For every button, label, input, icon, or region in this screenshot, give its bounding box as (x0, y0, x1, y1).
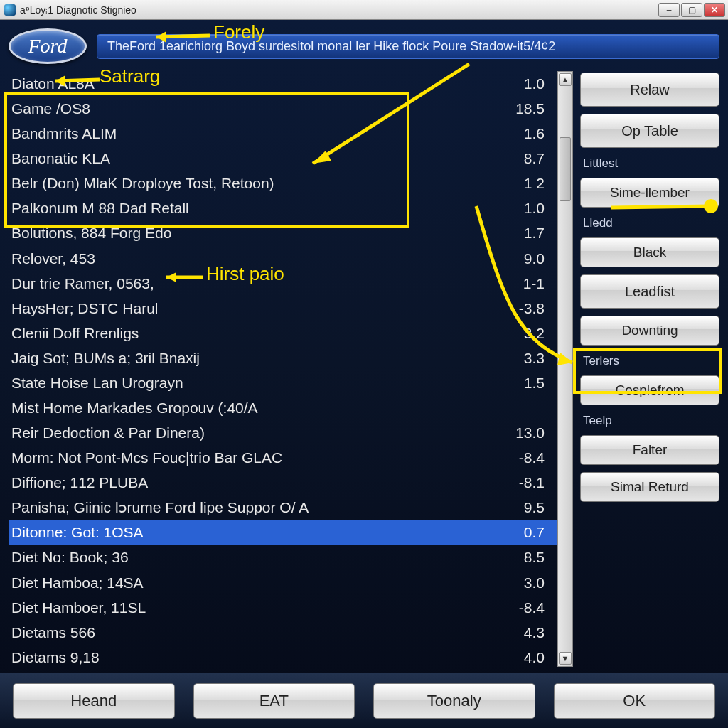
list-row[interactable]: Bolutions, 884 Forg Edo1.7 (9, 220, 557, 245)
list-row-value: 1.5 (498, 372, 547, 394)
list-row-value: -3.8 (498, 297, 547, 319)
list-row-label: Reir Dedoction & Par Dinera) (11, 422, 205, 444)
list-row-value: 1.6 (498, 122, 547, 144)
list-row-label: Diet No: Book; 36 (11, 546, 129, 568)
side-panel: Relaw Op Table Littlest Sime-llember Lle… (580, 71, 719, 667)
maximize-button[interactable]: ▢ (681, 3, 702, 17)
list-row[interactable]: Diet Hamboa; 14SA3.0 (9, 570, 557, 595)
list-row-value: 13.0 (498, 422, 547, 444)
window-titlebar: aᵖLoyᵢ1 Diagnotic Stignieo – ▢ ✕ (0, 0, 728, 20)
ford-logo-text: Ford (28, 35, 68, 58)
optable-button[interactable]: Op Table (580, 114, 719, 148)
list-row-label: Ditonne: Got: 1OSA (11, 521, 144, 543)
close-button[interactable]: ✕ (704, 3, 725, 17)
falter-button[interactable]: Falter (580, 435, 719, 465)
list-row[interactable]: Dur trie Ramer, 0563,1-1 (9, 271, 557, 296)
list-row[interactable]: Game /OS818.5 (9, 96, 557, 121)
eat-button[interactable]: EAT (193, 683, 355, 719)
list-row-value: -8.4 (498, 596, 547, 619)
toonaly-button[interactable]: Toonaly (373, 683, 535, 719)
list-row-label: Mist Home Markades Gropouv (:40/A (11, 397, 258, 419)
list-row-value: 1.7 (498, 222, 547, 244)
list-row-label: Dietams 9,18 (11, 646, 100, 667)
list-row[interactable]: Diet No: Book; 368.5 (9, 545, 557, 569)
list-row-label: HaysHer; DSTC Harul (11, 297, 159, 319)
scroll-thumb[interactable] (560, 137, 571, 201)
scroll-track[interactable] (558, 87, 572, 651)
scroll-down-button[interactable]: ▼ (559, 652, 572, 665)
list-row-value: 1-1 (498, 272, 547, 294)
list-row-label: Diet Hamboer, 11SL (11, 596, 146, 619)
list-row[interactable]: Reir Dedoction & Par Dinera)13.0 (9, 420, 557, 445)
list-row[interactable]: Bandmrits ALIM1.6 (9, 121, 557, 146)
ok-button[interactable]: OK (554, 683, 716, 719)
list-row-label: Dur trie Ramer, 0563, (11, 272, 154, 294)
brand-bar: Ford TheFord 1earichiorg Boyd surdesitol… (0, 20, 728, 71)
list-row-value: 3.3 (498, 347, 547, 369)
list-row-value: 8.5 (498, 546, 547, 568)
vertical-scrollbar[interactable]: ▲ ▼ (557, 71, 573, 667)
cosplefrom-button[interactable]: Cosplefrom (580, 375, 719, 405)
list-row[interactable]: Dietams 5664.3 (9, 620, 557, 645)
ford-logo: Ford (9, 28, 87, 64)
list-row-value: 1.0 (498, 197, 547, 219)
list-row-value: 4.0 (498, 646, 547, 667)
list-row[interactable]: Panisha; Giinic lɔrume Ford lipe Suppor … (9, 495, 557, 520)
black-button[interactable]: Black (580, 237, 719, 267)
list-row-label: Diet Hamboa; 14SA (11, 572, 144, 594)
list-row-value: 9.0 (498, 247, 547, 269)
group-label-teelp: Teelp (580, 414, 719, 428)
list-row-value: 1 2 (498, 172, 547, 194)
list-row[interactable]: Clenii Doff Rrenligs3.2 (9, 321, 557, 346)
list-row[interactable]: Belr (Don) MlaK Droploye Tost, Retoon)1 … (9, 171, 557, 196)
list-row[interactable]: HaysHer; DSTC Harul-3.8 (9, 296, 557, 321)
list-row-label: State Hoise Lan Urograyn (11, 372, 183, 394)
list-row[interactable]: Ditonne: Got: 1OSA0.7 (9, 520, 557, 545)
simalreturd-button[interactable]: Simal Returd (580, 472, 719, 502)
downting-button[interactable]: Downting (580, 316, 719, 346)
list-row[interactable]: Dietams 9,184.0 (9, 645, 557, 667)
list-row-label: Jaig Sot; BUMs a; 3ril Bnaxij (11, 347, 200, 369)
list-row[interactable]: State Hoise Lan Urograyn1.5 (9, 370, 557, 395)
list-row[interactable]: Diaton AL8A1.0 (9, 71, 557, 96)
list-row-value: -8.1 (498, 471, 547, 493)
list-row-label: Palkonum M 88 Dad Retall (11, 197, 189, 219)
list-row-label: Belr (Don) MlaK Droploye Tost, Retoon) (11, 172, 274, 194)
list-row-label: Game /OS8 (11, 97, 90, 119)
list-row-value: 8.7 (498, 147, 547, 169)
list-pane: Diaton AL8A1.0Game /OS818.5Bandmrits ALI… (9, 71, 573, 667)
heand-button[interactable]: Heand (13, 683, 175, 719)
list-row[interactable]: Palkonum M 88 Dad Retall1.0 (9, 196, 557, 220)
list-row[interactable]: Diet Hamboer, 11SL-8.4 (9, 595, 557, 620)
list-row-label: Panisha; Giinic lɔrume Ford lipe Suppor … (11, 496, 309, 518)
list-row-label: Banonatic KLA (11, 147, 110, 169)
minimize-button[interactable]: – (658, 3, 680, 17)
list-row-label: Bandmrits ALIM (11, 122, 117, 144)
list-row[interactable]: Diffione; 112 PLUBA-8.1 (9, 470, 557, 495)
group-label-terlers: Terlers (580, 354, 719, 368)
data-listbox[interactable]: Diaton AL8A1.0Game /OS818.5Bandmrits ALI… (9, 71, 557, 667)
list-row-value: 9.5 (498, 496, 547, 518)
list-row-value (498, 397, 547, 419)
list-row-value: 4.3 (498, 621, 547, 643)
window-title: aᵖLoyᵢ1 Diagnotic Stignieo (20, 4, 136, 16)
list-row[interactable]: Relover, 4539.0 (9, 246, 557, 271)
list-row-label: Dietams 566 (11, 621, 95, 643)
list-row-value: 18.5 (498, 97, 547, 119)
list-row-label: Clenii Doff Rrenligs (11, 322, 139, 344)
list-row[interactable]: Jaig Sot; BUMs a; 3ril Bnaxij3.3 (9, 346, 557, 370)
subtitle-bar: TheFord 1earichiorg Boyd surdesitol mona… (97, 34, 719, 59)
list-row[interactable]: Morm: Not Pont-Mcs Fouc|trio Bar GLAC-8.… (9, 445, 557, 470)
list-row-label: Diffione; 112 PLUBA (11, 471, 148, 493)
list-row-value: 1.0 (498, 73, 547, 95)
list-row-label: Bolutions, 884 Forg Edo (11, 222, 171, 244)
leadfist-button[interactable]: Leadfist (580, 274, 719, 309)
list-row[interactable]: Banonatic KLA8.7 (9, 146, 557, 171)
relaw-button[interactable]: Relaw (580, 73, 719, 107)
list-row-value: 3.0 (498, 572, 547, 594)
list-row[interactable]: Mist Home Markades Gropouv (:40/A (9, 395, 557, 420)
scroll-up-button[interactable]: ▲ (559, 73, 572, 86)
list-row-label: Diaton AL8A (11, 73, 95, 95)
app-icon (4, 4, 16, 16)
sime-button[interactable]: Sime-llember (580, 178, 719, 208)
